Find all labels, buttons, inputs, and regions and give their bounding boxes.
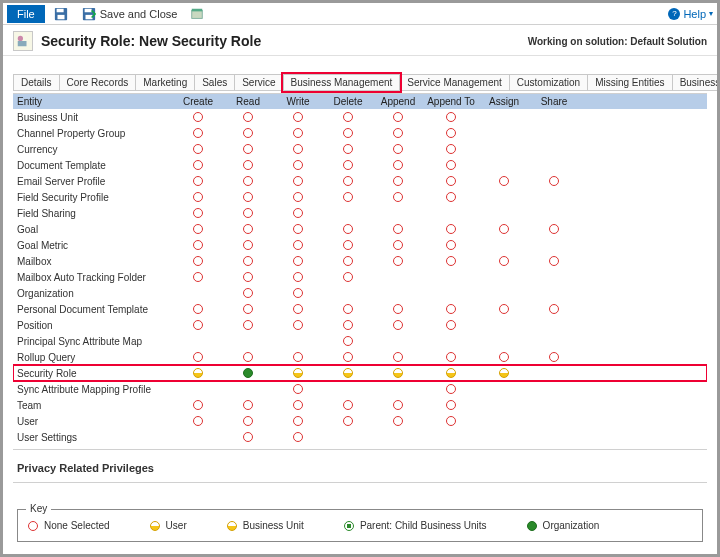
privilege-cell[interactable] — [323, 256, 373, 266]
tab-sales[interactable]: Sales — [194, 74, 235, 91]
privilege-cell[interactable] — [323, 160, 373, 170]
privilege-cell[interactable] — [529, 304, 579, 314]
column-header-share[interactable]: Share — [529, 94, 579, 109]
privilege-cell[interactable] — [173, 144, 223, 154]
privilege-cell[interactable] — [173, 368, 223, 378]
privilege-cell[interactable] — [173, 224, 223, 234]
privilege-cell[interactable] — [373, 128, 423, 138]
privilege-cell[interactable] — [173, 416, 223, 426]
column-header-append[interactable]: Append — [373, 94, 423, 109]
tab-core-records[interactable]: Core Records — [59, 74, 137, 91]
privilege-cell[interactable] — [273, 176, 323, 186]
privilege-cell[interactable] — [223, 352, 273, 362]
column-header-delete[interactable]: Delete — [323, 94, 373, 109]
privilege-cell[interactable] — [223, 256, 273, 266]
privilege-cell[interactable] — [323, 272, 373, 282]
privilege-cell[interactable] — [423, 128, 479, 138]
column-header-write[interactable]: Write — [273, 94, 323, 109]
privilege-cell[interactable] — [373, 176, 423, 186]
column-header-append-to[interactable]: Append To — [423, 94, 479, 109]
privilege-cell[interactable] — [223, 144, 273, 154]
privilege-cell[interactable] — [423, 112, 479, 122]
privilege-cell[interactable] — [323, 336, 373, 346]
privilege-cell[interactable] — [323, 304, 373, 314]
privilege-cell[interactable] — [323, 240, 373, 250]
save-and-close-button[interactable]: Save and Close — [77, 5, 182, 23]
privilege-cell[interactable] — [373, 352, 423, 362]
privilege-cell[interactable] — [223, 320, 273, 330]
privilege-cell[interactable] — [373, 112, 423, 122]
privilege-cell[interactable] — [173, 256, 223, 266]
privilege-cell[interactable] — [273, 240, 323, 250]
privilege-cell[interactable] — [323, 368, 373, 378]
privilege-cell[interactable] — [373, 368, 423, 378]
privilege-cell[interactable] — [323, 224, 373, 234]
privilege-grid-scroll[interactable]: EntityCreateReadWriteDeleteAppendAppend … — [13, 93, 707, 503]
privilege-cell[interactable] — [529, 256, 579, 266]
privilege-cell[interactable] — [223, 272, 273, 282]
privilege-cell[interactable] — [423, 192, 479, 202]
privilege-cell[interactable] — [373, 320, 423, 330]
privilege-cell[interactable] — [323, 112, 373, 122]
privilege-cell[interactable] — [373, 192, 423, 202]
privilege-cell[interactable] — [373, 400, 423, 410]
privilege-cell[interactable] — [323, 176, 373, 186]
privilege-cell[interactable] — [529, 224, 579, 234]
privilege-cell[interactable] — [479, 304, 529, 314]
privilege-cell[interactable] — [173, 352, 223, 362]
privilege-cell[interactable] — [479, 352, 529, 362]
privilege-cell[interactable] — [423, 144, 479, 154]
privilege-cell[interactable] — [273, 144, 323, 154]
privilege-cell[interactable] — [423, 352, 479, 362]
privilege-cell[interactable] — [273, 192, 323, 202]
privilege-cell[interactable] — [273, 416, 323, 426]
column-header-create[interactable]: Create — [173, 94, 223, 109]
help-link[interactable]: ? Help ▾ — [668, 8, 713, 20]
tab-business-process-flows[interactable]: Business Process Flows — [672, 74, 717, 91]
privilege-cell[interactable] — [223, 224, 273, 234]
privilege-cell[interactable] — [173, 176, 223, 186]
tab-business-management[interactable]: Business Management — [283, 74, 401, 91]
privilege-cell[interactable] — [423, 416, 479, 426]
privilege-cell[interactable] — [223, 128, 273, 138]
privilege-cell[interactable] — [323, 352, 373, 362]
privilege-cell[interactable] — [223, 432, 273, 442]
privilege-cell[interactable] — [373, 160, 423, 170]
privilege-cell[interactable] — [373, 304, 423, 314]
privilege-cell[interactable] — [273, 128, 323, 138]
tab-customization[interactable]: Customization — [509, 74, 588, 91]
actions-button[interactable] — [185, 5, 209, 23]
privilege-cell[interactable] — [273, 256, 323, 266]
privilege-cell[interactable] — [323, 416, 373, 426]
privilege-cell[interactable] — [173, 192, 223, 202]
privilege-cell[interactable] — [423, 368, 479, 378]
privilege-cell[interactable] — [373, 256, 423, 266]
privilege-cell[interactable] — [423, 320, 479, 330]
privilege-cell[interactable] — [529, 352, 579, 362]
save-button[interactable] — [49, 5, 73, 23]
privilege-cell[interactable] — [273, 352, 323, 362]
tab-service-management[interactable]: Service Management — [399, 74, 510, 91]
privilege-cell[interactable] — [373, 416, 423, 426]
privilege-cell[interactable] — [423, 400, 479, 410]
privilege-cell[interactable] — [173, 208, 223, 218]
privilege-cell[interactable] — [173, 112, 223, 122]
privilege-cell[interactable] — [223, 240, 273, 250]
privilege-cell[interactable] — [423, 224, 479, 234]
privilege-cell[interactable] — [173, 240, 223, 250]
privilege-cell[interactable] — [173, 320, 223, 330]
privilege-cell[interactable] — [479, 368, 529, 378]
column-header-assign[interactable]: Assign — [479, 94, 529, 109]
privilege-cell[interactable] — [173, 160, 223, 170]
privilege-cell[interactable] — [223, 416, 273, 426]
privilege-cell[interactable] — [273, 288, 323, 298]
privilege-cell[interactable] — [323, 400, 373, 410]
privilege-cell[interactable] — [273, 224, 323, 234]
privilege-cell[interactable] — [423, 304, 479, 314]
privilege-cell[interactable] — [423, 176, 479, 186]
privilege-cell[interactable] — [323, 320, 373, 330]
privilege-cell[interactable] — [273, 368, 323, 378]
privilege-cell[interactable] — [373, 240, 423, 250]
privilege-cell[interactable] — [173, 272, 223, 282]
privilege-cell[interactable] — [273, 304, 323, 314]
